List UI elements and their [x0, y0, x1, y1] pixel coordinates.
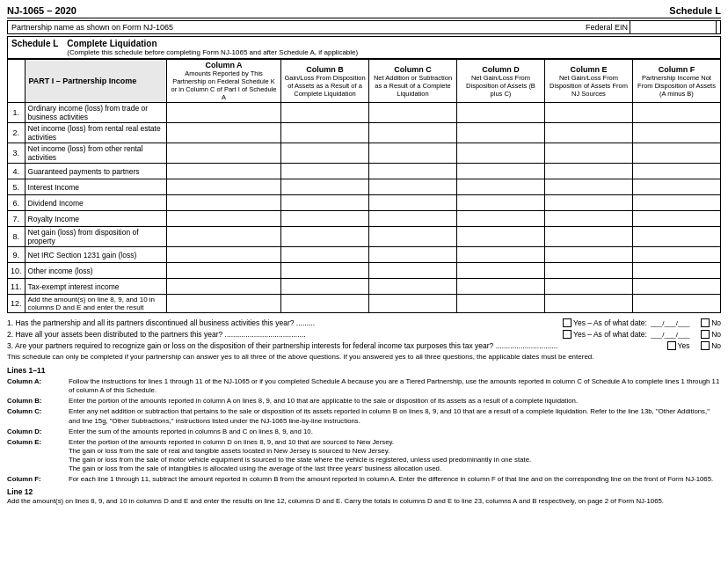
row-3-col-f[interactable]: [633, 143, 721, 164]
row-8-col-f[interactable]: [633, 227, 721, 247]
row-10-col-e[interactable]: [545, 263, 633, 279]
row-5-col-e[interactable]: [545, 179, 633, 195]
row-12-col-d[interactable]: [457, 295, 545, 313]
row-7-col-a[interactable]: [167, 211, 281, 227]
q3-yes-checkbox[interactable]: [667, 341, 676, 350]
q2-yes-checkbox[interactable]: [563, 330, 571, 339]
q2-no-checkbox[interactable]: [701, 330, 710, 339]
row-7-col-d[interactable]: [457, 211, 545, 227]
row-5-col-c[interactable]: [369, 179, 457, 195]
row-12-col-a[interactable]: [167, 295, 281, 313]
row-desc-6: Dividend Income: [25, 195, 166, 211]
question-3-answer: Yes No: [667, 341, 721, 350]
q3-yes-label: Yes: [678, 341, 690, 350]
row-6-col-d[interactable]: [457, 195, 545, 211]
row-8-col-e[interactable]: [545, 227, 633, 247]
row-3-col-a[interactable]: [167, 143, 281, 164]
row-8-col-c[interactable]: [369, 227, 457, 247]
row-11-col-e[interactable]: [545, 279, 633, 295]
row-11-col-a[interactable]: [167, 279, 281, 295]
q1-yes-option: Yes – As of what date:: [563, 318, 647, 327]
row-1-col-c[interactable]: [369, 103, 457, 123]
line12-instructions: Line 12 Add the amount(s) on lines 8, 9,…: [7, 487, 721, 506]
row-num-7: 7.: [8, 211, 25, 227]
row-3-col-c[interactable]: [369, 143, 457, 164]
row-5-col-b[interactable]: [281, 179, 369, 195]
row-11-col-d[interactable]: [457, 279, 545, 295]
row-4-col-d[interactable]: [457, 164, 545, 179]
row-11-col-f[interactable]: [633, 279, 721, 295]
row-7-col-f[interactable]: [633, 211, 721, 227]
inst-col-a-text: Follow the instructions for lines 1 thro…: [69, 377, 721, 395]
row-3-col-e[interactable]: [545, 143, 633, 164]
q1-date-field[interactable]: ___/___/___: [651, 319, 690, 327]
table-row: 7. Royalty Income: [8, 211, 721, 227]
row-num-9: 9.: [8, 247, 25, 263]
q1-yes-checkbox[interactable]: [563, 318, 571, 327]
row-12-desc: Add the amount(s) on line 8, 9, and 10 i…: [25, 295, 166, 313]
col-a-header: Column A Amounts Reported by This Partne…: [167, 60, 281, 103]
row-6-col-e[interactable]: [545, 195, 633, 211]
row-9-col-b[interactable]: [281, 247, 369, 263]
row-12-col-f[interactable]: [633, 295, 721, 313]
row-11-col-c[interactable]: [369, 279, 457, 295]
row-6-col-c[interactable]: [369, 195, 457, 211]
row-9-col-a[interactable]: [167, 247, 281, 263]
table-row: 5. Interest Income: [8, 179, 721, 195]
row-12-col-c[interactable]: [369, 295, 457, 313]
row-11-col-b[interactable]: [281, 279, 369, 295]
row-desc-5: Interest Income: [25, 179, 166, 195]
federal-ein-section: Federal EIN: [586, 23, 717, 32]
question-1-row: 1. Has the partnership and all its partn…: [7, 318, 721, 327]
row-8-col-a[interactable]: [167, 227, 281, 247]
row-12-col-e[interactable]: [545, 295, 633, 313]
row-10-col-f[interactable]: [633, 263, 721, 279]
row-3-col-b[interactable]: [281, 143, 369, 164]
row-2-col-b[interactable]: [281, 123, 369, 143]
row-10-col-b[interactable]: [281, 263, 369, 279]
row-10-col-d[interactable]: [457, 263, 545, 279]
row-9-col-e[interactable]: [545, 247, 633, 263]
q3-no-checkbox[interactable]: [701, 341, 710, 350]
q1-no-checkbox[interactable]: [701, 318, 710, 327]
complete-liquidation-block: Complete Liquidation (Complete this sche…: [67, 39, 358, 56]
row-10-col-a[interactable]: [167, 263, 281, 279]
row-2-col-a[interactable]: [167, 123, 281, 143]
row-2-col-e[interactable]: [545, 123, 633, 143]
row-9-col-d[interactable]: [457, 247, 545, 263]
q2-date-field[interactable]: ___/___/___: [651, 331, 690, 339]
row-8-col-b[interactable]: [281, 227, 369, 247]
row-1-col-a[interactable]: [167, 103, 281, 123]
row-6-col-f[interactable]: [633, 195, 721, 211]
row-1-col-b[interactable]: [281, 103, 369, 123]
row-9-col-c[interactable]: [369, 247, 457, 263]
row-1-col-e[interactable]: [545, 103, 633, 123]
row-5-col-a[interactable]: [167, 179, 281, 195]
row-2-col-d[interactable]: [457, 123, 545, 143]
row-7-col-c[interactable]: [369, 211, 457, 227]
row-5-col-d[interactable]: [457, 179, 545, 195]
row-4-col-a[interactable]: [167, 164, 281, 179]
federal-ein-value[interactable]: [630, 20, 717, 34]
row-4-col-f[interactable]: [633, 164, 721, 179]
row-1-col-f[interactable]: [633, 103, 721, 123]
row-8-col-d[interactable]: [457, 227, 545, 247]
row-4-col-c[interactable]: [369, 164, 457, 179]
row-6-col-b[interactable]: [281, 195, 369, 211]
row-4-col-b[interactable]: [281, 164, 369, 179]
inst-col-d-text: Enter the sum of the amounts reported in…: [69, 428, 721, 436]
row-7-col-b[interactable]: [281, 211, 369, 227]
row-4-col-e[interactable]: [545, 164, 633, 179]
row-num-10: 10.: [8, 263, 25, 279]
row-1-col-d[interactable]: [457, 103, 545, 123]
row-desc-2: Net income (loss) from rental real estat…: [25, 123, 166, 143]
row-9-col-f[interactable]: [633, 247, 721, 263]
row-2-col-c[interactable]: [369, 123, 457, 143]
row-5-col-f[interactable]: [633, 179, 721, 195]
row-2-col-f[interactable]: [633, 123, 721, 143]
row-3-col-d[interactable]: [457, 143, 545, 164]
row-12-col-b[interactable]: [281, 295, 369, 313]
row-7-col-e[interactable]: [545, 211, 633, 227]
row-6-col-a[interactable]: [167, 195, 281, 211]
row-10-col-c[interactable]: [369, 263, 457, 279]
